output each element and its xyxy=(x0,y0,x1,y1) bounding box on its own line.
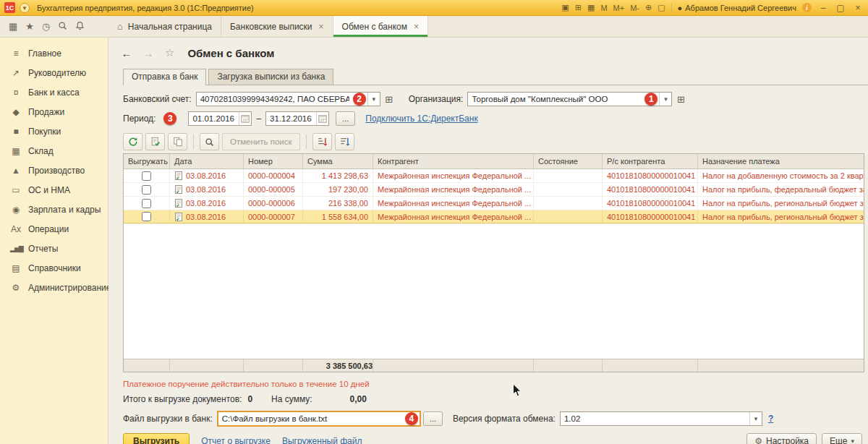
sidebar-item-administration[interactable]: ⚙Администрирование xyxy=(0,278,108,297)
zoom-icon[interactable]: ⊕ xyxy=(645,3,652,12)
history-icon[interactable]: ◷ xyxy=(42,22,50,31)
sidebar-item-main[interactable]: ≡Главное xyxy=(0,43,108,63)
cancel-search-button[interactable]: Отменить поиск xyxy=(222,133,300,150)
sort-ascending-button[interactable] xyxy=(312,133,332,150)
copy-button[interactable] xyxy=(168,133,187,150)
column-header-number[interactable]: Номер xyxy=(244,154,303,168)
bank-account-input[interactable] xyxy=(197,95,353,103)
bank-account-field[interactable]: 2 ▾ xyxy=(196,92,380,106)
table-row[interactable]: 03.08.2016 0000-000004 1 413 298,63 Межр… xyxy=(124,169,864,183)
sidebar-item-production[interactable]: ▲Производство xyxy=(0,161,108,180)
calendar-icon[interactable] xyxy=(239,112,251,125)
chevron-down-icon[interactable]: ▾ xyxy=(749,412,762,425)
save-icon[interactable]: ▣ xyxy=(561,3,569,12)
open-account-icon[interactable]: ⊞ xyxy=(383,93,396,106)
tab-label: Начальная страница xyxy=(128,22,212,32)
maximize-button[interactable]: ▢ xyxy=(835,3,846,13)
more-button[interactable]: Еще ▾ xyxy=(822,433,862,444)
sidebar-item-directories[interactable]: ▤Справочники xyxy=(0,258,108,278)
settings-button[interactable]: ⚙ Настройка xyxy=(746,433,817,444)
export-file-input[interactable] xyxy=(218,414,405,423)
organization-field[interactable]: 1 ▾ xyxy=(467,92,672,106)
memory-plus-button[interactable]: M+ xyxy=(613,4,625,12)
current-user[interactable]: ● Абрамов Геннадий Сергеевич xyxy=(678,4,796,12)
file-browse-button[interactable]: ... xyxy=(423,411,443,426)
table-row[interactable]: 03.08.2016 0000-000006 216 338,00 Межрай… xyxy=(124,197,864,210)
format-version-input[interactable] xyxy=(561,414,749,423)
sort-descending-button[interactable] xyxy=(335,133,354,150)
organization-input[interactable] xyxy=(468,95,644,103)
column-header-account[interactable]: Р/с контрагента xyxy=(603,154,698,168)
table-row-selected[interactable]: 03.08.2016 0000-000007 1 558 634,00 Межр… xyxy=(124,210,864,224)
column-header-state[interactable]: Состояние xyxy=(534,154,603,168)
memory-minus-button[interactable]: M- xyxy=(630,4,639,12)
calculator-icon[interactable]: ⊞ xyxy=(575,3,582,12)
sidebar-item-bank-cash[interactable]: ¤Банк и касса xyxy=(0,82,108,102)
panels-icon[interactable]: ▢ xyxy=(658,3,665,12)
column-header-sum[interactable]: Сумма xyxy=(303,154,373,168)
tab-bank-statements[interactable]: Банковские выписки × xyxy=(221,16,333,37)
chevron-down-icon[interactable]: ▾ xyxy=(367,93,380,106)
directbank-link[interactable]: Подключить 1С:ДиректБанк xyxy=(365,114,477,124)
export-checkbox[interactable] xyxy=(142,212,151,221)
period-to-field[interactable] xyxy=(265,111,329,126)
main-menu-button[interactable]: ▾ xyxy=(20,3,30,13)
close-button[interactable]: × xyxy=(852,3,864,13)
column-header-counterparty[interactable]: Контрагент xyxy=(373,154,534,168)
sidebar-item-sales[interactable]: ◆Продажи xyxy=(0,102,108,121)
column-header-export[interactable]: Выгружать xyxy=(124,154,170,168)
search-icon[interactable] xyxy=(58,21,67,32)
tab-bank-exchange[interactable]: Обмен с банком × xyxy=(333,16,428,37)
sidebar-item-warehouse[interactable]: ▦Склад xyxy=(0,141,108,161)
refresh-button[interactable] xyxy=(123,133,142,150)
find-button[interactable] xyxy=(200,133,219,150)
sidebar-item-purchases[interactable]: ■Покупки xyxy=(0,121,108,141)
tab-load-statement[interactable]: Загрузка выписки из банка xyxy=(208,69,333,85)
column-header-date[interactable]: Дата xyxy=(170,154,244,168)
forward-button[interactable]: → xyxy=(140,47,156,59)
close-tab-icon[interactable]: × xyxy=(414,22,419,32)
table-row[interactable]: 03.08.2016 0000-000005 197 230,00 Межрай… xyxy=(124,183,864,197)
sidebar-item-salary-hr[interactable]: ◉Зарплата и кадры xyxy=(0,200,108,219)
memory-button[interactable]: M xyxy=(600,4,607,12)
column-header-purpose[interactable]: Назначение платежа xyxy=(698,154,864,168)
period-from-input[interactable] xyxy=(189,114,239,123)
open-organization-icon[interactable]: ⊞ xyxy=(674,93,687,106)
help-link[interactable]: ? xyxy=(768,414,773,424)
tab-home[interactable]: ⌂ Начальная страница xyxy=(109,16,221,37)
period-from-field[interactable] xyxy=(188,111,252,126)
sidebar-item-manager[interactable]: ↗Руководителю xyxy=(0,63,108,82)
export-file-field[interactable]: 4 xyxy=(217,411,421,427)
export-checkbox[interactable] xyxy=(142,171,151,181)
tab-send-to-bank[interactable]: Отправка в банк xyxy=(123,69,206,85)
sidebar-item-fixed-assets[interactable]: ▭ОС и НМА xyxy=(0,180,108,200)
chevron-down-icon[interactable]: ▾ xyxy=(659,93,671,106)
post-document-button[interactable] xyxy=(145,133,165,150)
sidebar-item-reports[interactable]: ▂▅▇Отчеты xyxy=(0,239,108,258)
app-logo: 1С xyxy=(4,2,15,13)
bell-icon[interactable] xyxy=(75,21,85,32)
payments-table: Выгружать Дата Номер Сумма Контрагент Со… xyxy=(123,153,864,372)
upload-report-link[interactable]: Отчет о выгрузке xyxy=(201,436,271,444)
calendar-icon[interactable]: ▦ xyxy=(587,3,595,12)
calendar-icon[interactable] xyxy=(316,112,328,125)
back-button[interactable]: ← xyxy=(119,47,135,59)
close-tab-icon[interactable]: × xyxy=(319,22,324,32)
sales-icon: ◆ xyxy=(10,107,22,117)
favorites-icon[interactable]: ★ xyxy=(25,22,34,31)
info-icon[interactable]: i xyxy=(802,3,812,12)
uploaded-file-link[interactable]: Выгруженный файл xyxy=(282,436,362,444)
upload-button[interactable]: Выгрузить xyxy=(123,433,190,444)
minimize-button[interactable]: – xyxy=(817,3,829,13)
period-more-button[interactable]: ... xyxy=(336,111,355,126)
sidebar-item-operations[interactable]: AxОперации xyxy=(0,219,108,239)
favorite-star-icon[interactable]: ☆ xyxy=(165,46,174,59)
export-checkbox[interactable] xyxy=(142,199,151,208)
export-checkbox[interactable] xyxy=(142,185,151,195)
total-cell xyxy=(698,359,864,372)
more-label: Еще xyxy=(830,436,847,444)
format-version-field[interactable]: ▾ xyxy=(560,411,762,426)
cell-number: 0000-000005 xyxy=(244,183,303,196)
apps-grid-icon[interactable]: ▦ xyxy=(9,22,17,31)
period-to-input[interactable] xyxy=(266,114,316,123)
